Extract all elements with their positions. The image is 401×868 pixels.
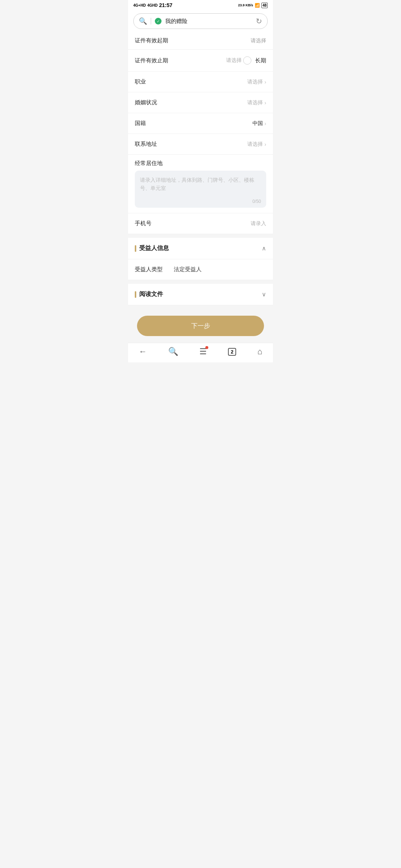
long-term-label: 长期 (255, 57, 266, 64)
back-icon: ← (139, 347, 147, 356)
verified-badge: ✓ (155, 18, 162, 24)
nav-search-button[interactable]: 🔍 (168, 347, 178, 356)
reading-title-row: 阅读文件 (135, 290, 163, 298)
search-input-row[interactable]: 🔍 ✓ 我的赠险 ↻ (133, 13, 268, 29)
marital-row[interactable]: 婚姻状况 请选择 › (128, 92, 273, 113)
nav-home-button[interactable]: ⌂ (257, 347, 262, 356)
nav-tabs-button[interactable]: 2 (228, 348, 236, 356)
status-bar: 4G+HD 4GHD 21:57 23.9 KB/s 📶 48 (128, 0, 273, 10)
beneficiary-accent-bar (135, 245, 136, 252)
nav-back-button[interactable]: ← (139, 347, 147, 356)
reading-header[interactable]: 阅读文件 ∨ (128, 284, 273, 305)
phone-row[interactable]: 手机号 请录入 (128, 213, 273, 234)
occupation-right: 请选择 › (247, 79, 266, 85)
contact-address-right: 请选择 › (247, 141, 266, 148)
time-label: 21:57 (159, 2, 172, 8)
address-placeholder: 请录入详细地址，具体到路、门牌号、小区、楼栋号、单元室 (140, 176, 261, 193)
marital-right: 请选择 › (247, 99, 266, 106)
marital-chevron: › (264, 100, 266, 106)
id-end-date-row[interactable]: 证件有效止期 请选择 长期 (128, 50, 273, 72)
occupation-value: 请选择 (247, 79, 263, 85)
bottom-nav: ← 🔍 ☰ 2 ⌂ (128, 343, 273, 362)
char-count: 0/50 (252, 199, 261, 204)
nationality-right: 中国 › (252, 120, 266, 127)
long-term-toggle[interactable] (243, 56, 251, 65)
reading-section: 阅读文件 ∨ (128, 284, 273, 305)
marital-label: 婚姻状况 (135, 99, 157, 106)
section-gap-1 (128, 234, 273, 238)
home-icon: ⌂ (257, 347, 262, 356)
refresh-icon[interactable]: ↻ (256, 17, 262, 26)
beneficiary-type-value: 法定受益人 (174, 266, 202, 273)
residence-label: 经常居住地 (135, 160, 266, 167)
marital-value: 请选择 (247, 99, 263, 106)
id-end-date-label: 证件有效止期 (135, 57, 168, 64)
id-start-date-row[interactable]: 证件有效起期 请选择 (128, 32, 273, 50)
occupation-row[interactable]: 职业 请选择 › (128, 72, 273, 92)
menu-badge (205, 346, 208, 349)
residence-section: 经常居住地 请录入详细地址，具体到路、门牌号、小区、楼栋号、单元室 0/50 (128, 155, 273, 213)
search-query-text[interactable]: 我的赠险 (165, 18, 252, 25)
reading-expand-icon[interactable]: ∨ (262, 291, 266, 298)
id-end-date-right: 请选择 长期 (226, 56, 266, 65)
nav-menu-button[interactable]: ☰ (199, 347, 207, 356)
section-gap-2 (128, 280, 273, 284)
network-1-label: 4G+HD (133, 3, 146, 7)
phone-value: 请录入 (251, 220, 266, 227)
status-right: 23.9 KB/s 📶 48 (238, 3, 268, 8)
id-start-date-value: 请选择 (251, 37, 266, 44)
divider (151, 18, 151, 24)
id-start-date-label: 证件有效起期 (135, 37, 168, 44)
data-speed-label: 23.9 KB/s (238, 3, 253, 7)
beneficiary-header[interactable]: 受益人信息 ∧ (128, 238, 273, 259)
network-2-label: 4GHD (147, 3, 158, 7)
status-left: 4G+HD 4GHD 21:57 (133, 2, 172, 8)
id-end-date-value: 请选择 (226, 57, 242, 64)
search-bar-container: 🔍 ✓ 我的赠险 ↻ (128, 10, 273, 32)
contact-address-label: 联系地址 (135, 141, 157, 148)
nationality-label: 国籍 (135, 120, 146, 127)
contact-address-value: 请选择 (247, 141, 263, 148)
beneficiary-title-row: 受益人信息 (135, 244, 169, 252)
nationality-row[interactable]: 国籍 中国 › (128, 113, 273, 134)
section-gap-3 (128, 305, 273, 309)
search-icon: 🔍 (139, 17, 147, 25)
button-area: 下一步 (128, 309, 273, 343)
beneficiary-title-text: 受益人信息 (139, 244, 169, 252)
beneficiary-collapse-icon[interactable]: ∧ (262, 245, 266, 252)
reading-title-text: 阅读文件 (139, 290, 163, 298)
battery-indicator: 48 (261, 3, 268, 8)
occupation-chevron: › (264, 79, 266, 85)
contact-address-chevron: › (264, 141, 266, 147)
nationality-chevron: › (264, 121, 266, 126)
contact-address-row[interactable]: 联系地址 请选择 › (128, 134, 273, 155)
beneficiary-type-label: 受益人类型 (135, 266, 163, 273)
phone-label: 手机号 (135, 220, 151, 227)
beneficiary-section: 受益人信息 ∧ 受益人类型 法定受益人 (128, 238, 273, 280)
reading-accent-bar (135, 291, 136, 298)
beneficiary-type-row: 受益人类型 法定受益人 (128, 259, 273, 280)
content-area: 证件有效起期 请选择 证件有效止期 请选择 长期 职业 请选择 › 婚姻状况 请… (128, 32, 273, 234)
nationality-value: 中国 (252, 120, 263, 127)
next-button[interactable]: 下一步 (137, 316, 264, 336)
address-textarea-wrapper[interactable]: 请录入详细地址，具体到路、门牌号、小区、楼栋号、单元室 0/50 (135, 171, 266, 208)
occupation-label: 职业 (135, 78, 146, 85)
search-nav-icon: 🔍 (168, 347, 178, 356)
wifi-icon: 📶 (255, 3, 260, 8)
tabs-count: 2 (228, 348, 236, 356)
